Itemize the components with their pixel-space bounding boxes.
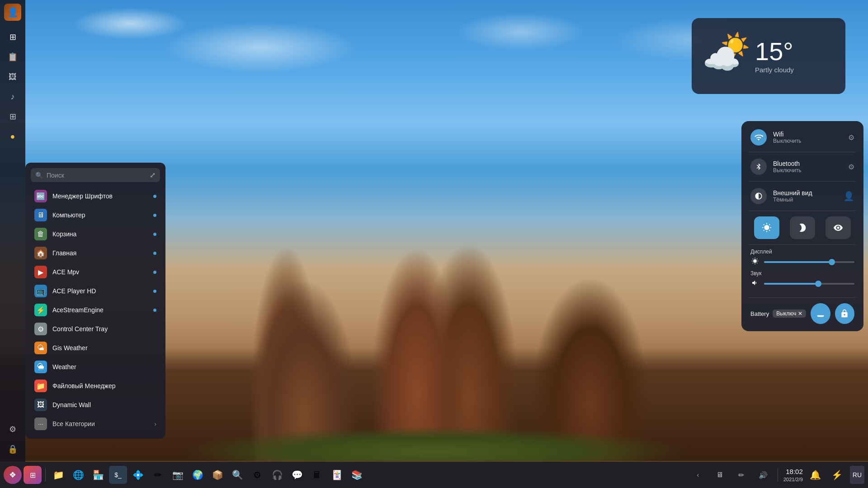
sidebar-icon-notes[interactable]: 📋 [4,48,22,66]
app-name-ctrl-center: Control Center Tray [52,325,108,333]
lock-button[interactable] [835,303,854,324]
cc-divider-2 [749,181,856,182]
app-icon-weather: 🌦 [34,361,47,373]
app-item-gis-weather[interactable]: 🌤Gis Weather [31,338,160,357]
taskbar-clock[interactable]: 18:02 2021/2/9 [783,467,803,483]
taskbar-icon-archive[interactable]: 📦 [208,466,226,484]
app-item-trash[interactable]: 🗑Корзина [31,225,160,244]
taskbar-time-value: 18:02 [783,467,803,476]
all-categories-label: Все Категории [52,420,95,427]
display-slider[interactable] [764,261,854,263]
taskbar-volume-icon[interactable]: 🔊 [754,466,772,484]
app-name-computer: Компьютер [52,211,85,219]
bluetooth-label: Bluetooth Выключить [773,160,842,174]
sidebar-icon-settings[interactable]: ⚙ [4,420,22,438]
taskbar-icon-feedback[interactable]: 💬 [288,466,306,484]
weather-widget: ☀️ ☁️ 15° Partly cloudy [692,18,845,94]
eye-mode-btn[interactable] [826,216,851,239]
wifi-icon [750,129,767,145]
taskbar-icon-cards[interactable]: 🃏 [328,466,346,484]
taskbar-icon-store[interactable]: 🏪 [89,466,107,484]
taskbar-screen-icon[interactable]: 🖥 [711,466,729,484]
app-name-gis-weather: Gis Weather [52,344,88,352]
taskbar-icon-finder[interactable]: 🔍 [228,466,246,484]
sidebar-icon-music[interactable]: ♪ [4,88,22,106]
weather-condition: Partly cloudy [755,66,794,74]
expand-icon[interactable]: ⤢ [150,171,156,179]
cc-mode-buttons [745,213,860,243]
sidebar-icon-coin[interactable]: ● [4,127,22,145]
taskbar-prev-icon[interactable]: ‹ [689,466,707,484]
sound-slider[interactable] [764,283,854,285]
app-list: 🔤Менеджер Шрифтов🖥Компьютер🗑Корзина🏠Глав… [31,187,160,414]
taskbar-power-icon[interactable]: ⚡ [828,466,846,484]
app-item-file-mgr[interactable]: 📁Файловый Менеджер [31,376,160,395]
app-name-home: Главная [52,249,76,257]
app-item-dynamic-wall[interactable]: 🖼Dynamic Wall [31,395,160,414]
chevron-right-icon: › [154,420,156,427]
wifi-settings-icon[interactable]: ⚙ [848,133,854,142]
appearance-settings-icon[interactable]: 👤 [843,191,854,202]
weather-info: 15° Partly cloudy [755,39,794,74]
taskbar-right: ‹ 🖥 ✏ 🔊 18:02 2021/2/9 🔔 ⚡ RU [689,466,864,484]
app-dot-home [153,252,156,255]
app-dot-computer [153,214,156,217]
taskbar-icon-globe[interactable]: 🌍 [189,466,207,484]
taskbar-icon-terminal[interactable]: $_ [109,466,127,484]
battery-close-icon: ✕ [798,310,802,317]
search-input[interactable] [47,172,146,179]
taskbar-sep-2 [778,468,778,482]
night-mode-btn[interactable] [790,216,815,239]
app-item-ctrl-center[interactable]: ⚙Control Center Tray [31,319,160,338]
app-dot-ace-hd [153,290,156,293]
brightness-icon [750,258,760,267]
taskbar-sep-1 [45,468,46,482]
sidebar-icon-photos[interactable]: 🖼 [4,68,22,86]
cc-divider-4 [749,244,856,245]
upload-button[interactable] [811,303,830,324]
taskbar-icon-vm[interactable]: 💠 [129,466,147,484]
taskbar-icon-camera[interactable]: 📷 [169,466,187,484]
taskbar-icon-browser[interactable]: 🌐 [69,466,87,484]
sidebar-icon-apps[interactable]: ⊞ [4,28,22,46]
taskbar-start-button[interactable]: ❖ [4,466,22,484]
app-item-font-mgr[interactable]: 🔤Менеджер Шрифтов [31,187,160,206]
taskbar-notification-icon[interactable]: 🔔 [807,466,825,484]
taskbar-icon-headset[interactable]: 🎧 [268,466,286,484]
cc-wifi-row[interactable]: Wifi Выключить ⚙ [745,125,860,150]
app-item-ace-stream[interactable]: ⚡AceStreamEngine [31,300,160,319]
app-icon-ctrl-center: ⚙ [34,323,47,335]
app-name-font-mgr: Менеджер Шрифтов [52,192,113,200]
app-launcher: 🔍 ⤢ 🔤Менеджер Шрифтов🖥Компьютер🗑Корзина🏠… [25,163,165,439]
all-categories-icon: ··· [34,418,47,430]
taskbar-launcher-button[interactable]: ⊞ [24,466,42,484]
cc-appearance-row[interactable]: Внешний вид Тёмный 👤 [745,183,860,209]
taskbar-icon-editor[interactable]: ✏ [149,466,167,484]
app-name-trash: Корзина [52,230,76,238]
taskbar-icon-settings[interactable]: ⚙ [248,466,266,484]
battery-off-badge[interactable]: Выключ ✕ [773,310,806,318]
light-mode-btn[interactable] [754,216,779,239]
user-avatar[interactable]: 👤 [4,4,21,21]
app-icon-font-mgr: 🔤 [34,190,47,202]
sidebar-icon-grid[interactable]: ⊞ [4,108,22,126]
appearance-icon [750,188,767,204]
bluetooth-settings-icon[interactable]: ⚙ [848,163,854,171]
cc-bluetooth-row[interactable]: Bluetooth Выключить ⚙ [745,154,860,179]
app-item-home[interactable]: 🏠Главная [31,244,160,263]
taskbar-pen-icon[interactable]: ✏ [732,466,750,484]
sound-slider-row [750,279,854,288]
taskbar-icon-calc[interactable]: 🖩 [308,466,326,484]
app-item-ace-hd[interactable]: 📺ACE Player HD [31,282,160,300]
app-name-ace-hd: ACE Player HD [52,287,96,295]
taskbar-icon-books[interactable]: 📚 [348,466,366,484]
taskbar-keyboard-icon[interactable]: RU [850,466,864,484]
app-item-computer[interactable]: 🖥Компьютер [31,206,160,225]
all-categories-item[interactable]: ··· Все Категории › [31,414,160,433]
app-name-weather: Weather [52,363,76,371]
app-item-ace-mpv[interactable]: ▶ACE Mpv [31,263,160,282]
app-item-weather[interactable]: 🌦Weather [31,357,160,376]
app-icon-gis-weather: 🌤 [34,342,47,354]
taskbar-icon-files[interactable]: 📁 [49,466,67,484]
sidebar-icon-lock[interactable]: 🔒 [4,440,22,458]
